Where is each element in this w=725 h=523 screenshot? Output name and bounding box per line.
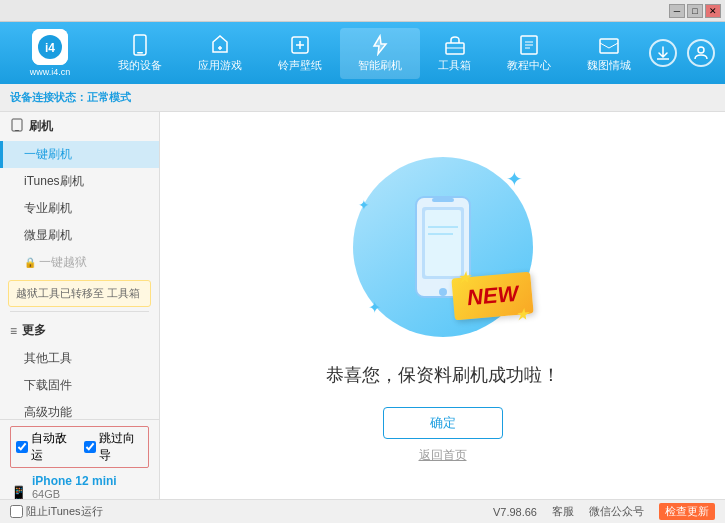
other-tools-label: 其他工具 (24, 351, 72, 365)
confirm-btn-label: 确定 (430, 414, 456, 432)
device-name: iPhone 12 mini (32, 474, 117, 488)
nav-my-device[interactable]: 我的设备 (100, 28, 180, 79)
sidebar-item-other-tools[interactable]: 其他工具 (0, 345, 159, 372)
status-bottom-bar: 阻止iTunes运行 V7.98.66 客服 微信公众号 检查更新 (0, 499, 725, 523)
one-key-flash-label: 一键刷机 (24, 147, 72, 161)
status-left-section: 阻止iTunes运行 (10, 504, 493, 519)
svg-text:i4: i4 (45, 41, 55, 55)
svg-rect-19 (12, 119, 22, 131)
sidebar-more-label: 更多 (22, 322, 46, 339)
nav-tutorial-label: 教程中心 (507, 58, 551, 73)
close-button[interactable]: ✕ (705, 4, 721, 18)
skip-wizard-input[interactable] (84, 441, 96, 453)
my-device-icon (129, 34, 151, 58)
more-section-icon: ≡ (10, 324, 17, 338)
new-badge: NEW (451, 272, 534, 321)
itunes-block-checkbox[interactable]: 阻止iTunes运行 (10, 504, 103, 519)
maximize-button[interactable]: □ (687, 4, 703, 18)
toolbox-icon (444, 34, 466, 58)
svg-point-24 (439, 288, 447, 296)
download-firmware-label: 下载固件 (24, 378, 72, 392)
nav-ringtone[interactable]: 铃声壁纸 (260, 28, 340, 79)
auto-start-label: 自动敌运 (31, 430, 76, 464)
update-link[interactable]: 检查更新 (659, 503, 715, 520)
device-details: iPhone 12 mini 64GB Down-12mini-13,1 (32, 474, 117, 499)
nav-toolbox-label: 工具箱 (438, 58, 471, 73)
itunes-block-input[interactable] (10, 505, 23, 518)
skip-wizard-label: 跳过向导 (99, 430, 144, 464)
notice-box: 越狱工具已转移至 工具箱 (8, 280, 151, 307)
lock-icon: 🔒 (24, 257, 36, 268)
download-button[interactable] (649, 39, 677, 67)
pro-flash-label: 专业刷机 (24, 201, 72, 215)
main-content: NEW ✦ ✦ ✦ 恭喜您，保资料刷机成功啦！ 确定 返回首页 (160, 112, 725, 499)
sidebar-section-more: ≡ 更多 (0, 316, 159, 345)
auto-start-checkbox[interactable]: 自动敌运 (16, 430, 76, 464)
confirm-button[interactable]: 确定 (383, 407, 503, 439)
nav-bar: 我的设备 应用游戏 铃声壁纸 (100, 28, 649, 79)
svg-rect-25 (425, 210, 461, 276)
nav-ringtone-label: 铃声壁纸 (278, 58, 322, 73)
svg-rect-20 (15, 130, 19, 131)
itunes-flash-label: iTunes刷机 (24, 174, 84, 188)
sidebar-item-download-firmware[interactable]: 下载固件 (0, 372, 159, 399)
nav-my-device-label: 我的设备 (118, 58, 162, 73)
sidebar-item-one-key-flash[interactable]: 一键刷机 (0, 141, 159, 168)
connection-status-bar: 设备连接状态：正常模式 (0, 84, 725, 112)
jailbreak-label: 一键越狱 (39, 254, 87, 271)
tutorial-icon (518, 34, 540, 58)
smart-flash-icon (369, 34, 391, 58)
version-label: V7.98.66 (493, 506, 537, 518)
skip-wizard-checkbox[interactable]: 跳过向导 (84, 430, 144, 464)
nav-smart-flash[interactable]: 智能刷机 (340, 28, 420, 79)
return-link[interactable]: 返回首页 (419, 447, 467, 464)
nav-toolbox[interactable]: 工具箱 (420, 28, 489, 79)
status-right-section: V7.98.66 客服 微信公众号 检查更新 (493, 503, 715, 520)
logo-subtitle: www.i4.cn (30, 67, 71, 77)
nav-app-game-label: 应用游戏 (198, 58, 242, 73)
weitao-icon (598, 34, 620, 58)
svg-point-18 (698, 47, 704, 53)
minimize-button[interactable]: ─ (669, 4, 685, 18)
sparkle-1: ✦ (506, 167, 523, 191)
notice-text: 越狱工具已转移至 工具箱 (16, 287, 140, 299)
logo-icon: i4 (32, 29, 68, 65)
wechat-link[interactable]: 微信公众号 (589, 504, 644, 519)
status-value: 正常模式 (87, 91, 131, 103)
nav-weitao[interactable]: 魏图情城 (569, 28, 649, 79)
sidebar-item-itunes-flash[interactable]: iTunes刷机 (0, 168, 159, 195)
svg-rect-4 (137, 52, 143, 54)
nav-weitao-label: 魏图情城 (587, 58, 631, 73)
checkbox-row: 自动敌运 跳过向导 (10, 426, 149, 468)
app-game-icon (209, 34, 231, 58)
device-icon: 📱 (10, 485, 27, 500)
status-label: 设备连接状态： (10, 91, 87, 103)
sparkle-3: ✦ (368, 298, 381, 317)
sidebar-flash-label: 刷机 (29, 118, 53, 135)
sidebar-divider (10, 311, 149, 312)
illustration: NEW ✦ ✦ ✦ (343, 147, 543, 347)
logo[interactable]: i4 www.i4.cn (10, 28, 90, 78)
nav-app-game[interactable]: 应用游戏 (180, 28, 260, 79)
flash-section-icon (10, 118, 24, 135)
nav-tutorial[interactable]: 教程中心 (489, 28, 569, 79)
sidebar-item-pro-flash[interactable]: 专业刷机 (0, 195, 159, 222)
sidebar-item-advanced[interactable]: 高级功能 (0, 399, 159, 419)
sidebar-device-info: 自动敌运 跳过向导 📱 iPhone 12 mini 64GB Down-12m… (0, 419, 159, 499)
header: i4 www.i4.cn 我的设备 应用游戏 (0, 22, 725, 84)
nav-smart-flash-label: 智能刷机 (358, 58, 402, 73)
itunes-block-label: 阻止iTunes运行 (26, 504, 103, 519)
advanced-label: 高级功能 (24, 405, 72, 419)
sidebar-item-micro-flash[interactable]: 微显刷机 (0, 222, 159, 249)
user-button[interactable] (687, 39, 715, 67)
device-storage: 64GB (32, 488, 117, 499)
auto-start-input[interactable] (16, 441, 28, 453)
success-message: 恭喜您，保资料刷机成功啦！ (326, 363, 560, 387)
sidebar: 刷机 一键刷机 iTunes刷机 专业刷机 微显刷机 🔒 一键越狱 (0, 112, 160, 499)
sidebar-section-flash: 刷机 (0, 112, 159, 141)
nav-right-buttons (649, 39, 715, 67)
device-row: 📱 iPhone 12 mini 64GB Down-12mini-13,1 (10, 474, 149, 499)
svg-rect-16 (600, 39, 618, 53)
service-link[interactable]: 客服 (552, 504, 574, 519)
micro-flash-label: 微显刷机 (24, 228, 72, 242)
